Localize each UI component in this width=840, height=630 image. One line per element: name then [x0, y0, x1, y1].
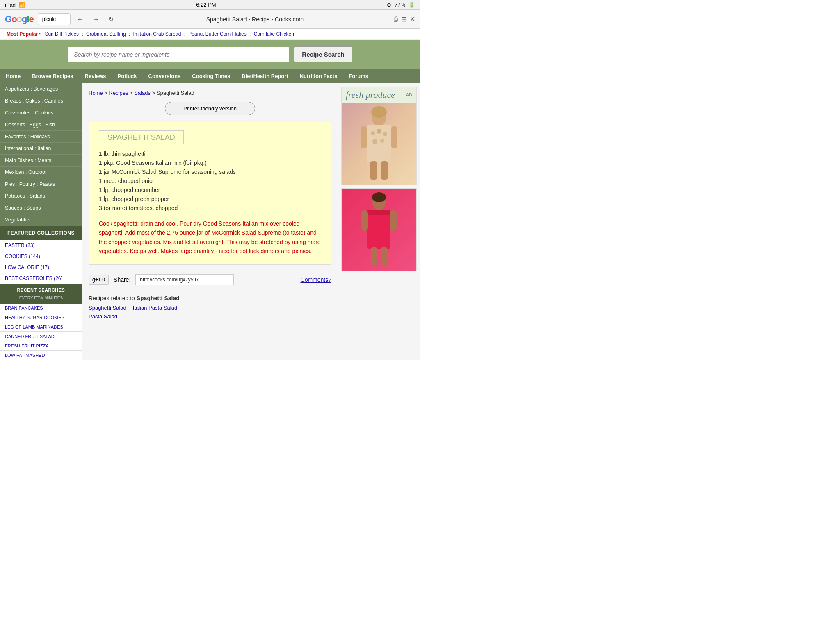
svg-rect-18	[371, 247, 377, 266]
related-links: Spaghetti Salad Italian Pasta Salad	[89, 305, 331, 311]
recipe-search-button[interactable]: Recipe Search	[294, 46, 352, 62]
related-link-3[interactable]: Pasta Salad	[89, 313, 117, 320]
share-section: g+1 0 Share: Comments?	[89, 271, 331, 288]
sidebar-item-mexican[interactable]: Mexican : Outdoor	[0, 167, 82, 178]
gplus-button[interactable]: g+1 0	[89, 275, 109, 285]
ingredient-4: 1 med. chopped onion	[99, 176, 321, 185]
svg-rect-9	[391, 126, 397, 148]
comments-link[interactable]: Comments?	[301, 276, 331, 283]
logo-e: e	[29, 14, 34, 24]
nav-potluck[interactable]: Potluck	[112, 69, 143, 83]
ad-panel: fresh produce AD	[338, 83, 420, 360]
related-section: Recipes related to Spaghetti Salad Spagh…	[89, 295, 331, 320]
popular-link-2[interactable]: Crabmeat Stuffing	[86, 31, 126, 37]
related-intro: Recipes related to	[89, 295, 135, 301]
ad-image-2[interactable]	[342, 189, 416, 271]
collection-best-casseroles[interactable]: BEST CASSEROLES (26)	[0, 273, 82, 284]
recent-searches-title: RECENT SEARCHES	[0, 284, 82, 296]
breadcrumb-home[interactable]: Home	[89, 90, 103, 96]
svg-rect-10	[370, 161, 377, 180]
ingredient-list: 1 lb. thin spaghetti 1 pkg. Good Seasons…	[99, 149, 321, 212]
ingredient-2: 1 pkg. Good Seasons Italian mix (foil pk…	[99, 158, 321, 167]
forward-button[interactable]: →	[90, 14, 102, 25]
popular-link-4[interactable]: Peanut Butter Corn Flakes	[188, 31, 246, 37]
printer-friendly-button[interactable]: Printer-friendly version	[165, 102, 255, 115]
browser-actions: ⎙ ⊞ ✕	[394, 15, 415, 23]
recent-canned-fruit[interactable]: CANNED FRUIT SALAD	[0, 332, 82, 341]
sidebar-item-favorites[interactable]: Favorites : Holidays	[0, 131, 82, 143]
popular-link-1[interactable]: Sun Dill Pickles	[45, 31, 79, 37]
recent-low-fat-mashed[interactable]: LOW FAT MASHED	[0, 351, 82, 360]
most-popular-label: Most Popular	[7, 31, 38, 37]
search-input[interactable]	[68, 47, 289, 62]
popular-link-3[interactable]: Imitation Crab Spread	[133, 31, 181, 37]
svg-point-4	[377, 129, 381, 134]
sidebar-item-main-dishes[interactable]: Main Dishes : Meats	[0, 155, 82, 167]
main-content: Home > Recipes > Salads > Spaghetti Sala…	[82, 83, 338, 360]
ingredient-6: 1 lg. chopped green pepper	[99, 194, 321, 203]
ipad-label: iPad	[5, 2, 16, 8]
most-popular-arrow: »	[39, 31, 43, 37]
browser-chrome: Google ← → ↻ Spaghetti Salad - Recipe - …	[0, 10, 420, 29]
svg-point-5	[383, 132, 387, 136]
share-button[interactable]: ⎙	[394, 16, 398, 23]
sidebar-item-appetizers[interactable]: Appetizers : Beverages	[0, 83, 82, 95]
ad-fresh-produce-text: fresh produce	[346, 89, 395, 100]
page-title-bar: Spaghetti Salad - Recipe - Cooks.com	[120, 16, 390, 23]
logo-o1: o	[11, 14, 16, 24]
breadcrumb-current: Spaghetti Salad	[157, 90, 194, 96]
svg-rect-17	[390, 210, 397, 231]
breadcrumb: Home > Recipes > Salads > Spaghetti Sala…	[89, 90, 331, 96]
sidebar-item-breads[interactable]: Breads : Cakes : Candies	[0, 95, 82, 107]
person-figure-2	[358, 191, 399, 269]
sidebar-item-sauces[interactable]: Sauces : Soups	[0, 202, 82, 214]
tabs-button[interactable]: ⊞	[401, 15, 406, 23]
sidebar-item-desserts[interactable]: Desserts : Eggs : Fish	[0, 119, 82, 131]
content-wrapper: Appetizers : Beverages Breads : Cakes : …	[0, 83, 420, 360]
ad-badge: AD	[406, 92, 412, 97]
sidebar-item-vegetables[interactable]: Vegetables	[0, 214, 82, 226]
svg-point-13	[372, 192, 386, 202]
sidebar-item-potatoes[interactable]: Potatoes : Salads	[0, 190, 82, 202]
nav-nutrition[interactable]: Nutrition Facts	[294, 69, 343, 83]
nav-conversions[interactable]: Conversions	[143, 69, 187, 83]
recent-fresh-fruit-pizza[interactable]: FRESH FRUIT PIZZA	[0, 341, 82, 351]
reload-button[interactable]: ↻	[106, 14, 116, 25]
recent-leg-of-lamb[interactable]: LEG OF LAMB MARINADES	[0, 322, 82, 332]
main-nav: Home Browse Recipes Reviews Potluck Conv…	[0, 69, 420, 83]
nav-home[interactable]: Home	[0, 69, 26, 83]
ingredient-3: 1 jar McCormick Salad Supreme for season…	[99, 167, 321, 176]
related-link-2[interactable]: Italian Pasta Salad	[133, 305, 177, 311]
sidebar-item-international[interactable]: International : Italian	[0, 143, 82, 155]
sidebar-item-casseroles[interactable]: Casseroles : Cookies	[0, 107, 82, 119]
recent-sugar-cookies[interactable]: HEALTHY SUGAR COOKIES	[0, 313, 82, 322]
share-url-input[interactable]	[135, 274, 234, 285]
back-button[interactable]: ←	[75, 14, 86, 25]
close-button[interactable]: ✕	[410, 15, 415, 23]
related-title: Recipes related to Spaghetti Salad	[89, 295, 331, 301]
svg-rect-14	[368, 210, 390, 249]
nav-forums[interactable]: Forums	[343, 69, 374, 83]
related-link-1[interactable]: Spaghetti Salad	[89, 305, 126, 311]
nav-diet-health[interactable]: Diet/Health Report	[236, 69, 294, 83]
breadcrumb-salads[interactable]: Salads	[134, 90, 151, 96]
collection-cookies[interactable]: COOKIES (144)	[0, 251, 82, 262]
ingredient-5: 1 lg. chopped cucumber	[99, 185, 321, 194]
person-figure-1	[358, 105, 399, 183]
sidebar: Appetizers : Beverages Breads : Cakes : …	[0, 83, 82, 360]
battery-icon: 🔋	[409, 2, 415, 8]
svg-rect-16	[361, 210, 368, 231]
nav-cooking-times[interactable]: Cooking Times	[186, 69, 236, 83]
recent-bran-pancakes[interactable]: BRAN PANCAKES	[0, 304, 82, 313]
ad-image-1[interactable]	[342, 103, 416, 185]
sidebar-item-pies[interactable]: Pies : Poultry : Pastas	[0, 178, 82, 190]
status-bar: iPad 📶 6:22 PM ⊕ 77% 🔋	[0, 0, 420, 10]
nav-browse-recipes[interactable]: Browse Recipes	[26, 69, 79, 83]
nav-reviews[interactable]: Reviews	[79, 69, 112, 83]
popular-link-5[interactable]: Cornflake Chicken	[254, 31, 294, 37]
collection-low-calorie[interactable]: LOW CALORIE (17)	[0, 262, 82, 273]
breadcrumb-recipes[interactable]: Recipes	[109, 90, 128, 96]
url-bar[interactable]	[38, 13, 71, 25]
collection-easter[interactable]: EASTER (33)	[0, 240, 82, 251]
logo-g2: g	[22, 14, 27, 24]
